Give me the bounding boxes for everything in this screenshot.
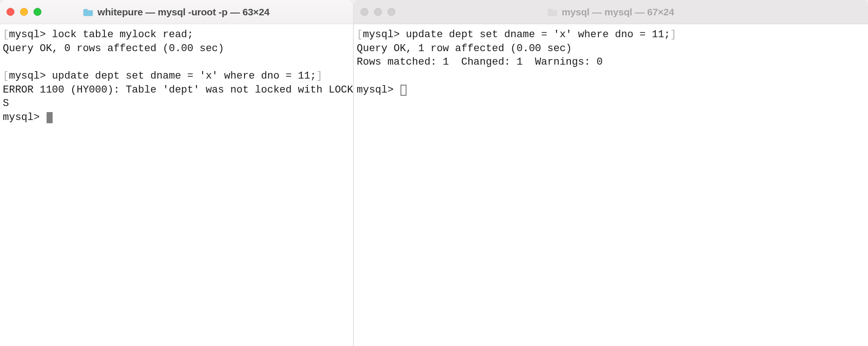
traffic-lights-left	[7, 8, 41, 16]
maximize-icon[interactable]	[34, 8, 41, 16]
bracket-open: [	[3, 70, 9, 82]
terminal-line: Rows matched: 1 Changed: 1 Warnings: 0	[357, 56, 603, 68]
titlebar-right[interactable]: mysql — mysql — 67×24	[354, 0, 868, 24]
terminal-line: Query OK, 1 row affected (0.00 sec)	[357, 43, 572, 54]
folder-icon	[83, 8, 94, 16]
terminal-body-right[interactable]: [mysql> update dept set dname = 'x' wher…	[354, 24, 868, 346]
bracket-close: ]	[670, 29, 676, 40]
bracket-open: [	[3, 29, 9, 40]
title-center-left: whitepure — mysql -uroot -p — 63×24	[0, 7, 353, 18]
bracket-open: [	[357, 29, 363, 40]
terminal-window-right: mysql — mysql — 67×24 [mysql> update dep…	[354, 0, 868, 346]
minimize-icon[interactable]	[374, 8, 382, 16]
terminal-line: S	[3, 98, 9, 109]
titlebar-left[interactable]: whitepure — mysql -uroot -p — 63×24	[0, 0, 353, 24]
terminal-line: mysql> lock table mylock read;	[9, 29, 193, 40]
folder-icon	[548, 8, 558, 16]
terminal-window-left: whitepure — mysql -uroot -p — 63×24 [mys…	[0, 0, 353, 346]
window-title-left: whitepure — mysql -uroot -p — 63×24	[97, 7, 269, 18]
terminal-prompt: mysql>	[3, 112, 46, 123]
terminal-line: mysql> update dept set dname = 'x' where…	[9, 70, 316, 82]
terminal-prompt: mysql>	[357, 84, 400, 96]
bracket-close: ]	[316, 70, 322, 82]
cursor-block-icon	[47, 112, 53, 123]
terminal-body-left[interactable]: [mysql> lock table mylock read; Query OK…	[0, 24, 353, 346]
cursor-outline-icon	[400, 85, 407, 96]
terminal-line: ERROR 1100 (HY000): Table 'dept' was not…	[3, 84, 353, 96]
close-icon[interactable]	[7, 8, 14, 16]
traffic-lights-right	[360, 8, 395, 16]
maximize-icon[interactable]	[387, 8, 395, 16]
close-icon[interactable]	[360, 8, 368, 16]
terminal-line: Query OK, 0 rows affected (0.00 sec)	[3, 43, 224, 54]
minimize-icon[interactable]	[20, 8, 28, 16]
window-title-right: mysql — mysql — 67×24	[562, 7, 674, 18]
title-center-right: mysql — mysql — 67×24	[354, 7, 868, 18]
terminal-line: mysql> update dept set dname = 'x' where…	[363, 29, 670, 40]
